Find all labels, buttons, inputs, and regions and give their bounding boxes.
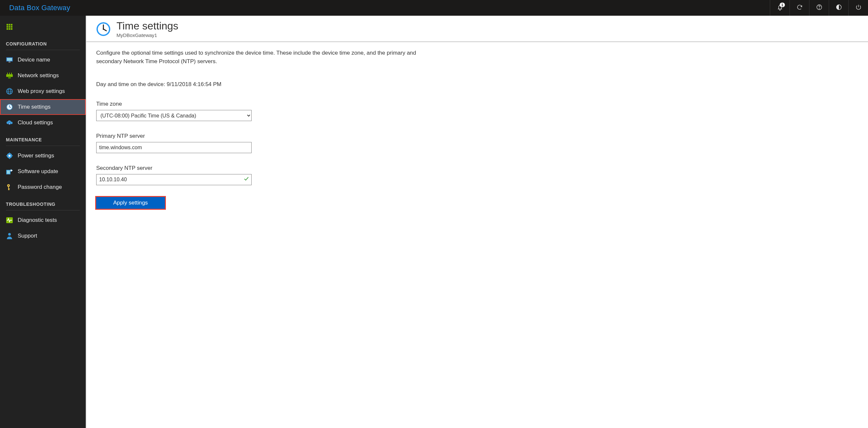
clock-icon xyxy=(6,103,13,111)
primary-ntp-label: Primary NTP server xyxy=(96,133,436,140)
contrast-icon xyxy=(836,4,842,12)
gear-icon xyxy=(6,152,13,159)
help-icon xyxy=(816,4,823,12)
update-icon xyxy=(6,168,13,175)
svg-point-44 xyxy=(8,233,11,236)
contrast-button[interactable] xyxy=(829,0,848,16)
svg-rect-17 xyxy=(9,73,10,74)
refresh-icon xyxy=(796,4,803,12)
svg-rect-9 xyxy=(6,28,8,30)
field-primary-ntp: Primary NTP server xyxy=(96,133,436,153)
apply-settings-button[interactable]: Apply settings xyxy=(96,197,165,209)
main-content: Time settings MyDBoxGateway1 Configure t… xyxy=(86,16,868,428)
sidebar-item-software-update[interactable]: Software update xyxy=(0,163,86,179)
power-button[interactable] xyxy=(848,0,868,16)
svg-rect-3 xyxy=(6,24,8,26)
globe-icon xyxy=(6,88,13,95)
device-time-label: Day and time on the device: xyxy=(96,81,166,87)
power-icon xyxy=(855,4,862,12)
svg-rect-13 xyxy=(7,58,12,61)
svg-rect-18 xyxy=(11,73,12,74)
sidebar: CONFIGURATION Device name Network settin… xyxy=(0,16,86,428)
svg-rect-5 xyxy=(11,24,12,26)
sidebar-item-dashboard[interactable] xyxy=(0,19,86,35)
sidebar-item-device-name[interactable]: Device name xyxy=(0,52,86,68)
sidebar-section-maintenance: MAINTENANCE xyxy=(0,130,86,145)
topbar: Data Box Gateway 1 xyxy=(0,0,868,16)
sidebar-item-password-change[interactable]: Password change xyxy=(0,179,86,195)
svg-point-29 xyxy=(9,123,10,124)
svg-rect-19 xyxy=(8,77,11,79)
refresh-button[interactable] xyxy=(789,0,809,16)
intro-text: Configure the optional time settings use… xyxy=(96,49,436,65)
svg-rect-33 xyxy=(9,158,10,159)
svg-rect-7 xyxy=(9,26,10,28)
page-header: Time settings MyDBoxGateway1 xyxy=(86,16,868,41)
svg-point-39 xyxy=(8,185,9,186)
notifications-badge: 1 xyxy=(780,3,785,7)
primary-ntp-input[interactable] xyxy=(96,142,252,153)
clock-icon xyxy=(96,22,111,36)
field-timezone: Time zone (UTC-08:00) Pacific Time (US &… xyxy=(96,101,436,121)
dashboard-icon xyxy=(6,23,13,30)
divider xyxy=(6,210,80,210)
sidebar-item-label: Power settings xyxy=(18,152,54,159)
help-button[interactable] xyxy=(809,0,829,16)
svg-rect-6 xyxy=(6,26,8,28)
timezone-label: Time zone xyxy=(96,101,436,107)
svg-point-1 xyxy=(819,8,819,9)
divider xyxy=(6,50,80,50)
monitor-icon xyxy=(6,56,13,63)
svg-rect-32 xyxy=(9,152,10,153)
svg-point-48 xyxy=(103,28,104,30)
sidebar-section-configuration: CONFIGURATION xyxy=(0,35,86,49)
cloud-gear-icon xyxy=(6,119,13,126)
page-title: Time settings xyxy=(117,20,178,32)
sidebar-item-label: Support xyxy=(18,233,37,239)
svg-rect-8 xyxy=(11,26,12,28)
sidebar-item-label: Diagnostic tests xyxy=(18,217,57,223)
sidebar-section-troubleshooting: TROUBLESHOOTING xyxy=(0,195,86,209)
checkmark-icon xyxy=(244,176,249,183)
svg-rect-15 xyxy=(6,74,13,77)
notifications-button[interactable]: 1 xyxy=(770,0,789,16)
sidebar-item-label: Password change xyxy=(18,184,62,190)
page-subtitle: MyDBoxGateway1 xyxy=(117,32,178,38)
sidebar-item-time-settings[interactable]: Time settings xyxy=(0,99,86,115)
svg-rect-41 xyxy=(8,188,10,189)
secondary-ntp-label: Secondary NTP server xyxy=(96,165,436,172)
sidebar-item-label: Web proxy settings xyxy=(18,88,65,95)
svg-rect-10 xyxy=(9,28,10,30)
svg-rect-35 xyxy=(12,155,13,156)
field-secondary-ntp: Secondary NTP server xyxy=(96,165,436,185)
sidebar-item-label: Software update xyxy=(18,168,58,175)
svg-rect-34 xyxy=(6,155,7,156)
sidebar-item-label: Cloud settings xyxy=(18,119,53,126)
person-icon xyxy=(6,232,13,240)
svg-rect-42 xyxy=(8,189,9,190)
sidebar-item-cloud-settings[interactable]: Cloud settings xyxy=(0,115,86,130)
divider xyxy=(6,146,80,146)
brand-title: Data Box Gateway xyxy=(0,4,80,12)
sidebar-item-network-settings[interactable]: Network settings xyxy=(0,68,86,84)
sidebar-item-power-settings[interactable]: Power settings xyxy=(0,148,86,163)
network-icon xyxy=(6,72,13,79)
timezone-select[interactable]: (UTC-08:00) Pacific Time (US & Canada) xyxy=(96,110,252,121)
pulse-icon xyxy=(6,217,13,224)
sidebar-item-support[interactable]: Support xyxy=(0,228,86,244)
sidebar-item-label: Device name xyxy=(18,57,50,63)
svg-rect-37 xyxy=(7,171,10,174)
device-time-row: Day and time on the device: 9/11/2018 4:… xyxy=(96,81,436,88)
svg-rect-14 xyxy=(8,62,10,62)
sidebar-item-web-proxy[interactable]: Web proxy settings xyxy=(0,84,86,99)
device-time-value: 9/11/2018 4:16:54 PM xyxy=(166,81,221,87)
svg-rect-11 xyxy=(11,28,12,30)
sidebar-item-diagnostic-tests[interactable]: Diagnostic tests xyxy=(0,212,86,228)
svg-rect-16 xyxy=(7,73,8,74)
secondary-ntp-input[interactable] xyxy=(96,174,252,185)
key-icon xyxy=(6,184,13,191)
svg-point-31 xyxy=(8,155,10,157)
sidebar-item-label: Network settings xyxy=(18,72,59,79)
svg-rect-4 xyxy=(9,24,10,26)
sidebar-item-label: Time settings xyxy=(18,104,51,110)
